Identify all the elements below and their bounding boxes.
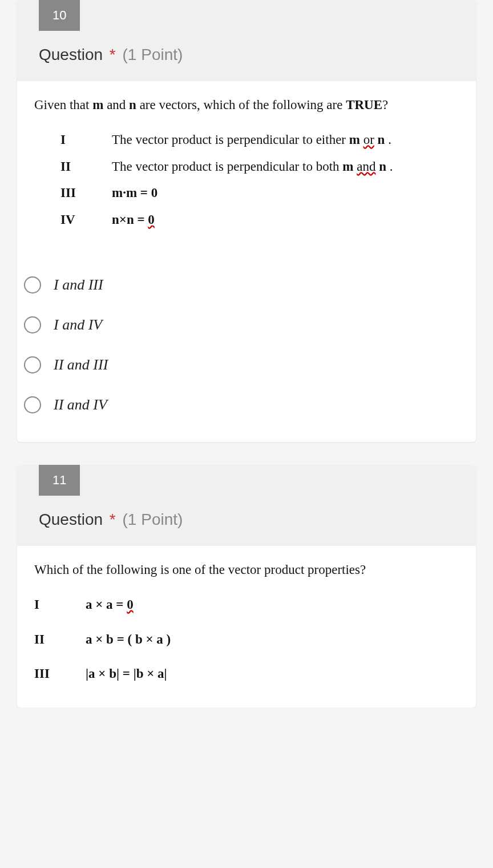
statement-row: III |a × b| = |b × a|	[34, 664, 459, 685]
question-11-stem: Which of the following is one of the vec…	[34, 560, 459, 581]
radio-icon[interactable]	[24, 316, 41, 333]
question-10-body: Given that m and n are vectors, which of…	[17, 81, 476, 254]
zero-squiggle: 0	[127, 597, 134, 612]
text: .	[386, 159, 393, 174]
statements-list: I a × a = 0 II a × b = ( b × a ) III |a …	[34, 594, 459, 685]
question-title: Question	[39, 46, 103, 63]
statement-row: IV n×n = 0	[60, 210, 459, 231]
question-10-header: 10 Question * (1 Point)	[17, 0, 476, 81]
statement-text: The vector product is perpendicular to e…	[112, 130, 459, 151]
statement-math: a × a = 0	[86, 594, 459, 616]
stem-text: and	[103, 98, 129, 112]
squiggle-text: and	[357, 159, 375, 174]
statement-math: |a × b| = |b × a|	[86, 664, 459, 685]
statement-math: n×n = 0	[112, 210, 459, 231]
statement-math: m·m = 0	[112, 183, 459, 204]
points-label: (1 Point)	[123, 511, 183, 528]
option-ii-and-iii[interactable]: II and III	[21, 345, 476, 385]
required-marker: *	[110, 46, 116, 63]
zero-squiggle: 0	[148, 212, 155, 227]
vector-n: n	[129, 98, 136, 112]
question-number-badge: 11	[39, 465, 80, 496]
vector-n: n	[379, 159, 386, 174]
option-label: I and IV	[54, 316, 102, 333]
text: .	[385, 132, 391, 147]
stem-text: are vectors, which of the following are	[136, 98, 346, 112]
roman-numeral: IV	[60, 210, 112, 231]
statement-row: I The vector product is perpendicular to…	[60, 130, 459, 151]
option-label: II and IV	[54, 396, 107, 413]
statement-row: II The vector product is perpendicular t…	[60, 156, 459, 178]
required-marker: *	[110, 511, 116, 528]
points-label: (1 Point)	[123, 46, 183, 63]
vector-m: m	[342, 159, 353, 174]
roman-numeral: III	[60, 183, 112, 204]
question-title-row: Question * (1 Point)	[17, 31, 476, 64]
question-11-card: 11 Question * (1 Point) Which of the fol…	[17, 465, 476, 708]
math-text: n×n =	[112, 212, 148, 227]
squiggle-text: or	[363, 132, 374, 147]
radio-icon[interactable]	[24, 396, 41, 413]
question-title-row: Question * (1 Point)	[17, 496, 476, 529]
vector-m: m	[349, 132, 360, 147]
roman-numeral: II	[60, 156, 112, 178]
roman-numeral: III	[34, 664, 86, 685]
roman-numeral: II	[34, 629, 86, 650]
question-10-card: 10 Question * (1 Point) Given that m and…	[17, 0, 476, 442]
statement-row: II a × b = ( b × a )	[34, 629, 459, 650]
question-number-badge: 10	[39, 0, 80, 31]
option-ii-and-iv[interactable]: II and IV	[21, 385, 476, 425]
statements-list: I The vector product is perpendicular to…	[60, 130, 459, 231]
text: The vector product is perpendicular to b…	[112, 159, 342, 174]
vector-m: m	[92, 98, 103, 112]
radio-icon[interactable]	[24, 276, 41, 294]
roman-numeral: I	[60, 130, 112, 151]
math-text: a × a =	[86, 597, 127, 612]
option-label: I and III	[54, 276, 103, 294]
option-i-and-iii[interactable]: I and III	[21, 265, 476, 305]
statement-row: I a × a = 0	[34, 594, 459, 616]
vector-n: n	[378, 132, 385, 147]
question-11-header: 11 Question * (1 Point)	[17, 465, 476, 546]
statement-text: The vector product is perpendicular to b…	[112, 156, 459, 178]
option-i-and-iv[interactable]: I and IV	[21, 305, 476, 345]
statement-row: III m·m = 0	[60, 183, 459, 204]
stem-true: TRUE	[346, 98, 382, 112]
question-title: Question	[39, 511, 103, 528]
options-list: I and III I and IV II and III II and IV	[17, 254, 476, 442]
statement-math: a × b = ( b × a )	[86, 629, 459, 650]
text: The vector product is perpendicular to e…	[112, 132, 349, 147]
radio-icon[interactable]	[24, 356, 41, 373]
stem-text: ?	[382, 98, 388, 112]
roman-numeral: I	[34, 594, 86, 616]
question-11-body: Which of the following is one of the vec…	[17, 546, 476, 708]
option-label: II and III	[54, 356, 108, 373]
question-10-stem: Given that m and n are vectors, which of…	[34, 95, 459, 116]
stem-text: Given that	[34, 98, 92, 112]
